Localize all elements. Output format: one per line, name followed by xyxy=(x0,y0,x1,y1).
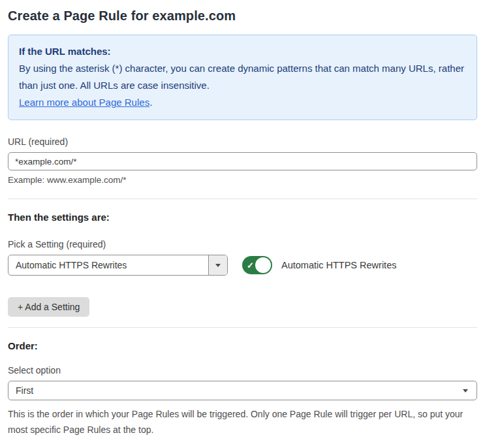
toggle-knob xyxy=(255,257,271,273)
setting-select[interactable]: Automatic HTTPS Rewrites xyxy=(8,255,228,276)
setting-select-caret-button[interactable] xyxy=(208,255,227,275)
create-page-rule-panel: Create a Page Rule for example.com If th… xyxy=(0,0,485,448)
info-box-heading: If the URL matches: xyxy=(19,43,466,60)
order-select-label: Select option xyxy=(8,365,477,376)
url-field-label: URL (required) xyxy=(8,136,477,147)
info-box-link-line: Learn more about Page Rules. xyxy=(19,94,466,111)
caret-down-icon xyxy=(463,389,468,392)
check-icon: ✓ xyxy=(247,261,254,270)
setting-row: Automatic HTTPS Rewrites ✓ Automatic HTT… xyxy=(8,255,477,276)
toggle-label: Automatic HTTPS Rewrites xyxy=(281,260,396,270)
order-select-value: First xyxy=(16,385,33,396)
link-suffix: . xyxy=(149,97,152,108)
caret-down-icon xyxy=(215,264,221,267)
url-matches-info-box: If the URL matches: By using the asteris… xyxy=(8,35,477,120)
settings-section-heading: Then the settings are: xyxy=(8,212,477,223)
divider xyxy=(8,327,477,328)
page-title: Create a Page Rule for example.com xyxy=(8,8,477,24)
learn-more-link[interactable]: Learn more about Page Rules xyxy=(19,97,149,108)
info-box-body: By using the asterisk (*) character, you… xyxy=(19,60,466,94)
pick-setting-label: Pick a Setting (required) xyxy=(8,239,477,249)
add-setting-button[interactable]: + Add a Setting xyxy=(8,297,89,317)
url-example-helper: Example: www.example.com/* xyxy=(8,175,477,185)
order-select[interactable]: First xyxy=(8,381,477,400)
url-input[interactable] xyxy=(8,152,477,170)
order-section-heading: Order: xyxy=(8,340,477,351)
setting-select-value: Automatic HTTPS Rewrites xyxy=(8,255,208,275)
divider xyxy=(8,199,477,199)
order-helper-text: This is the order in which your Page Rul… xyxy=(8,406,477,438)
automatic-https-rewrites-toggle[interactable]: ✓ xyxy=(242,256,272,274)
